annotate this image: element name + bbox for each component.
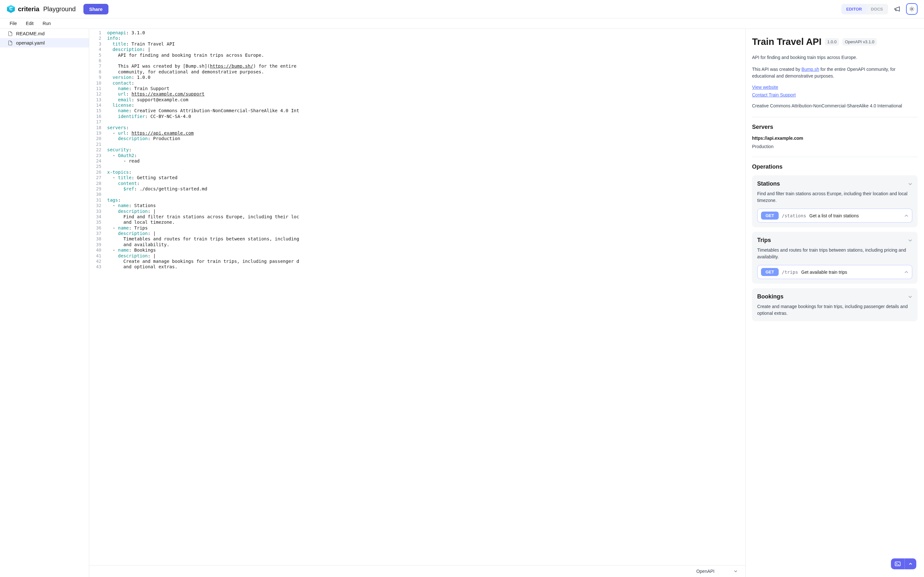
api-title: Train Travel API [752,37,822,47]
spec-badge: OpenAPI v3.1.0 [842,38,877,45]
server-url: https://api.example.com [752,135,918,141]
logo-icon: C [6,5,15,13]
terminal-float-button[interactable] [891,558,916,569]
file-sidebar: README.mdopenapi.yaml [0,29,89,577]
op-group-title[interactable]: Stations [757,181,780,187]
svg-line-11 [913,7,913,8]
operation-group: TripsTimetables and routes for train tri… [752,232,918,284]
svg-rect-12 [895,562,900,566]
op-group-desc: Timetables and routes for train trips be… [757,247,913,260]
file-item[interactable]: openapi.yaml [0,38,89,47]
tab-docs[interactable]: DOCS [866,5,887,14]
menubar: File Edit Run [0,18,924,29]
tab-editor[interactable]: EDITOR [842,5,867,14]
file-icon [8,31,13,36]
operations-heading: Operations [752,163,918,170]
megaphone-icon [894,6,900,12]
file-name: README.md [16,31,45,36]
svg-line-7 [913,10,913,11]
code-editor[interactable]: 1234567891011121314151617181920212223242… [89,29,745,565]
chevron-down-icon[interactable] [908,295,913,299]
chevron-down-icon [734,569,738,573]
brand-sub: Playground [43,5,76,13]
op-group-title[interactable]: Trips [757,237,771,243]
svg-text:C: C [9,6,13,11]
terminal-icon [895,562,901,566]
announce-button[interactable] [891,3,903,15]
theme-toggle[interactable] [906,3,918,15]
servers-heading: Servers [752,124,918,131]
chevron-up-icon[interactable] [904,270,909,274]
file-name: openapi.yaml [16,40,45,45]
editor-pane: 1234567891011121314151617181920212223242… [89,29,746,577]
intro-2: This API was created by Bump.sh for the … [752,66,918,79]
view-website-link[interactable]: View website [752,85,778,90]
svg-line-6 [910,7,911,8]
view-tabs: EDITOR DOCS [841,4,888,15]
file-item[interactable]: README.md [0,29,89,38]
op-group-title[interactable]: Bookings [757,293,783,300]
logo: C criteria Playground [6,5,76,13]
sun-icon [909,6,915,12]
operation-group: StationsFind and filter train stations a… [752,175,918,227]
code-content[interactable]: openapi: 3.1.0info: title: Train Travel … [107,29,745,565]
chevron-up-icon[interactable] [904,213,909,218]
contact-link[interactable]: Contact Train Support [752,92,796,97]
docs-pane: Train Travel API 1.0.0 OpenAPI v3.1.0 AP… [746,29,924,577]
endpoint-summary: Get a list of train stations [809,213,901,218]
server-desc: Production [752,144,918,149]
endpoint-summary: Get available train trips [801,269,901,275]
version-badge: 1.0.0 [825,38,839,45]
http-method: GET [761,268,779,276]
editor-footer: OpenAPI [89,565,745,577]
svg-point-3 [911,8,913,10]
chevron-down-icon[interactable] [908,182,913,186]
chevron-down-icon[interactable] [908,238,913,243]
bump-link[interactable]: Bump.sh [801,66,819,73]
endpoint-row[interactable]: GET/stationsGet a list of train stations [757,208,913,223]
license-text: Creative Commons Attribution-NonCommerci… [752,103,918,109]
operation-group: BookingsCreate and manage bookings for t… [752,288,918,321]
endpoint-row[interactable]: GET/tripsGet available train trips [757,265,913,279]
menu-edit[interactable]: Edit [26,21,34,26]
file-icon [8,40,13,45]
chevron-up-icon [909,562,913,566]
share-button[interactable]: Share [83,4,108,15]
endpoint-path: /trips [782,269,798,275]
brand-name: criteria [18,5,39,13]
intro-1: API for finding and booking train trips … [752,54,918,61]
line-gutter: 1234567891011121314151617181920212223242… [89,29,107,565]
header: C criteria Playground Share EDITOR DOCS [0,0,924,18]
http-method: GET [761,211,779,219]
svg-line-10 [910,10,911,11]
endpoint-path: /stations [782,213,806,218]
menu-file[interactable]: File [10,21,17,26]
language-select[interactable]: OpenAPI [696,569,714,574]
intro-2-pre: This API was created by [752,67,801,72]
menu-run[interactable]: Run [43,21,51,26]
op-group-desc: Find and filter train stations across Eu… [757,190,913,204]
op-group-desc: Create and manage bookings for train tri… [757,303,913,317]
